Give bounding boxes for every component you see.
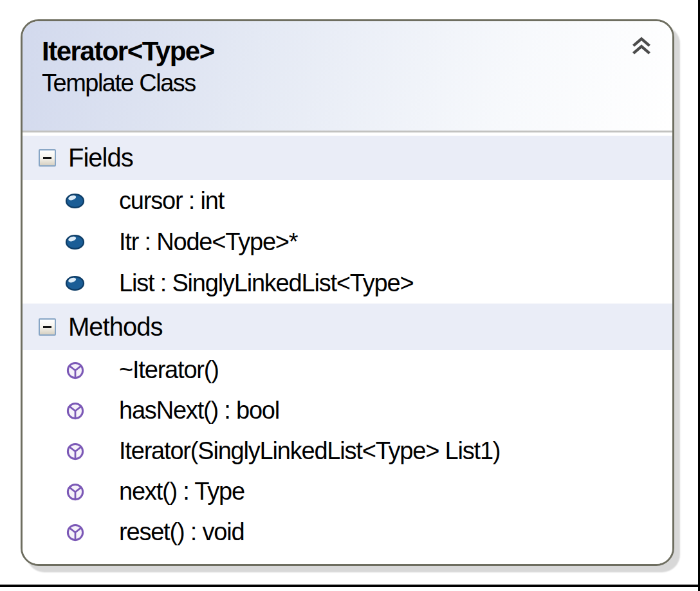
member-signature: Iterator(SinglyLinkedList<Type> List1): [119, 437, 500, 465]
section-label: Methods: [68, 313, 162, 341]
collapse-expander-icon[interactable]: [39, 318, 56, 336]
method-icon: [64, 361, 86, 380]
collapse-shape-button[interactable]: [627, 34, 656, 59]
method-icon: [64, 523, 86, 542]
member-signature: List : SinglyLinkedList<Type>: [119, 269, 413, 297]
member-signature: Itr : Node<Type>*: [119, 228, 297, 256]
member-row[interactable]: next() : Type: [23, 471, 672, 512]
member-row[interactable]: Iterator(SinglyLinkedList<Type> List1): [23, 431, 672, 471]
field-icon: [64, 233, 86, 251]
diagram-canvas: Iterator<Type> Template Class Fields cur…: [0, 0, 700, 591]
collapse-expander-icon[interactable]: [39, 149, 56, 167]
section-label: Fields: [68, 143, 133, 172]
header-separator: [23, 131, 672, 136]
class-stereotype: Template Class: [42, 70, 672, 97]
member-row[interactable]: cursor : int: [23, 180, 672, 221]
member-row[interactable]: ~Iterator(): [23, 350, 672, 390]
member-rows: ~Iterator() hasNext() : bool Iterator(Si…: [23, 350, 672, 552]
class-header[interactable]: Iterator<Type> Template Class: [23, 21, 672, 131]
class-name: Iterator<Type>: [42, 37, 672, 66]
member-row[interactable]: Itr : Node<Type>*: [23, 221, 672, 262]
member-row[interactable]: hasNext() : bool: [23, 390, 672, 431]
field-icon: [64, 275, 86, 292]
member-signature: cursor : int: [119, 187, 224, 215]
compartments: Fields cursor : int Itr : Node<Type>* Li…: [23, 136, 672, 552]
member-signature: next() : Type: [119, 478, 244, 505]
card-filler: [23, 552, 672, 564]
member-rows: cursor : int Itr : Node<Type>* List : Si…: [23, 180, 672, 304]
member-signature: hasNext() : bool: [119, 397, 279, 424]
method-icon: [64, 442, 86, 461]
section-header-methods[interactable]: Methods: [23, 304, 672, 350]
member-signature: ~Iterator(): [119, 356, 219, 384]
field-icon: [64, 192, 86, 210]
method-icon: [64, 482, 86, 502]
canvas-bottom-edge-line: [0, 585, 700, 587]
class-section: Methods ~Iterator() hasNext() : bool Ite…: [23, 304, 672, 552]
chevron-double-up-icon: [629, 35, 654, 57]
class-shape-iterator[interactable]: Iterator<Type> Template Class Fields cur…: [21, 19, 674, 566]
section-header-fields[interactable]: Fields: [23, 136, 672, 180]
minus-glyph: [43, 326, 51, 328]
method-icon: [64, 401, 86, 421]
member-row[interactable]: List : SinglyLinkedList<Type>: [23, 262, 672, 304]
member-signature: reset() : void: [119, 518, 244, 546]
class-section: Fields cursor : int Itr : Node<Type>* Li…: [23, 136, 672, 304]
member-row[interactable]: reset() : void: [23, 512, 672, 552]
minus-glyph: [43, 157, 51, 159]
